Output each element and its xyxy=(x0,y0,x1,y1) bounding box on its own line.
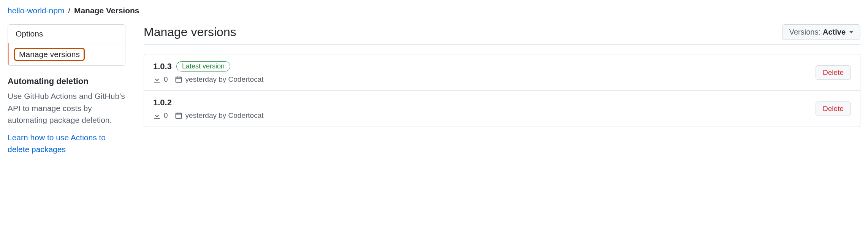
chevron-down-icon xyxy=(849,31,853,33)
breadcrumb: hello-world-npm / Manage Versions xyxy=(8,6,860,15)
published-text: yesterday by Codertocat xyxy=(185,75,264,84)
sidebar: Options Manage versions Automating delet… xyxy=(8,24,125,155)
breadcrumb-package-link[interactable]: hello-world-npm xyxy=(8,6,64,15)
download-icon xyxy=(153,76,161,83)
breadcrumb-current: Manage Versions xyxy=(74,6,139,15)
delete-button[interactable]: Delete xyxy=(816,65,851,80)
delete-button[interactable]: Delete xyxy=(816,102,851,116)
svg-rect-1 xyxy=(176,113,181,119)
main-header: Manage versions Versions: Active xyxy=(144,24,860,45)
automation-learn-link[interactable]: Learn how to use Actions to delete packa… xyxy=(8,133,106,154)
page-title: Manage versions xyxy=(144,25,236,39)
filter-value: Active xyxy=(823,28,846,36)
download-icon xyxy=(153,112,161,119)
calendar-icon xyxy=(175,76,182,83)
version-number: 1.0.2 xyxy=(153,98,172,108)
filter-label: Versions: xyxy=(789,28,820,36)
downloads-meta: 0 xyxy=(153,75,168,84)
version-row: 1.0.2 0 yesterday xyxy=(144,91,860,127)
version-row: 1.0.3 Latest version 0 xyxy=(144,54,860,91)
published-meta: yesterday by Codertocat xyxy=(175,75,264,84)
published-text: yesterday by Codertocat xyxy=(185,111,264,120)
latest-version-badge: Latest version xyxy=(176,61,230,71)
automation-description: Use GitHub Actions and GitHub's API to m… xyxy=(8,90,125,126)
sidebar-item-highlight: Manage versions xyxy=(14,48,85,61)
svg-rect-0 xyxy=(176,77,181,83)
main-content: Manage versions Versions: Active 1.0.3 L… xyxy=(144,24,860,155)
breadcrumb-separator: / xyxy=(68,6,70,15)
sidebar-item-manage-versions[interactable]: Manage versions xyxy=(8,43,125,65)
sidebar-item-label: Options xyxy=(16,29,43,38)
downloads-count: 0 xyxy=(164,75,168,84)
version-number: 1.0.3 xyxy=(153,62,172,71)
downloads-meta: 0 xyxy=(153,111,168,120)
versions-filter-dropdown[interactable]: Versions: Active xyxy=(782,24,860,40)
sidebar-item-label: Manage versions xyxy=(19,50,80,59)
published-meta: yesterday by Codertocat xyxy=(175,111,264,120)
calendar-icon xyxy=(175,112,182,119)
automation-heading: Automating deletion xyxy=(8,76,125,86)
version-list: 1.0.3 Latest version 0 xyxy=(144,54,860,127)
downloads-count: 0 xyxy=(164,111,168,120)
sidebar-item-options[interactable]: Options xyxy=(8,25,125,43)
sidebar-menu: Options Manage versions xyxy=(8,24,125,66)
